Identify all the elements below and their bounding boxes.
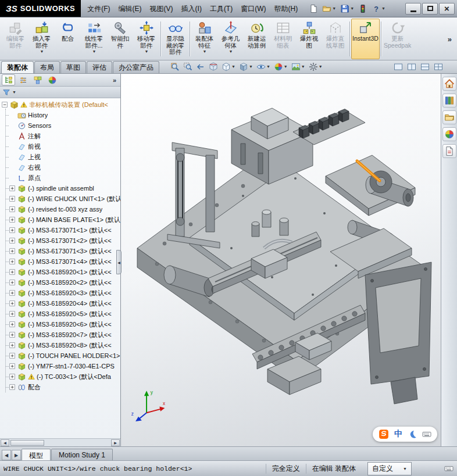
expander-plus-icon[interactable] xyxy=(9,248,16,255)
tree-item-sensors[interactable]: Sensors xyxy=(0,120,120,131)
pane-split-v-button[interactable] xyxy=(419,62,431,72)
ribbon-linear-pattern-button[interactable]: 线性零 部件...▼ xyxy=(81,19,107,59)
pane-quad-button[interactable] xyxy=(433,62,444,72)
minimize-button[interactable] xyxy=(405,3,421,15)
ribbon-exploded-view-button[interactable]: 爆炸视 图 xyxy=(296,19,322,59)
menu-file[interactable]: 文件(F) xyxy=(83,2,114,15)
expander-minus-icon[interactable] xyxy=(2,102,8,108)
filter-funnel-icon[interactable] xyxy=(2,88,10,96)
dropdown-arrow-icon[interactable]: ▼ xyxy=(12,90,16,94)
ribbon-show-hidden-button[interactable]: 显示隐 藏的零 部件 xyxy=(162,19,188,59)
expander-plus-icon[interactable] xyxy=(9,290,16,296)
menu-tools[interactable]: 工具(T) xyxy=(206,2,237,15)
expander-plus-icon[interactable] xyxy=(9,185,16,192)
menu-insert[interactable]: 插入(I) xyxy=(177,2,206,15)
ribbon-explode-line-sketch-button[interactable]: 爆炸直 线草图 xyxy=(322,19,348,59)
tab-scroll-left-icon[interactable]: ◀ xyxy=(2,450,11,460)
property-manager-tab[interactable] xyxy=(16,74,30,85)
expander-plus-icon[interactable] xyxy=(9,300,16,307)
tree-item-ym7f-stn1[interactable]: (-) YM7F-stn1-7-030-4E1-CPS xyxy=(0,361,120,371)
headsup-view-orientation-button[interactable]: ▼ xyxy=(220,62,237,72)
menu-help[interactable]: 帮助(H) xyxy=(270,2,302,15)
headsup-edit-appearance-button[interactable]: ▼ xyxy=(273,62,289,72)
panel-collapse-button[interactable]: ◀ xyxy=(116,250,122,274)
sogou-icon[interactable] xyxy=(379,429,389,439)
ribbon-reference-geometry-button[interactable]: 参考几 何体▼ xyxy=(217,19,244,59)
headsup-previous-view-button[interactable] xyxy=(195,62,206,72)
ribbon-move-component-button[interactable]: 移动零 部件▼ xyxy=(133,19,159,59)
display-manager-tab[interactable] xyxy=(45,74,59,85)
taskpane-appearances-button[interactable] xyxy=(442,127,456,141)
tree-item-mates[interactable]: 配合 xyxy=(0,382,120,392)
close-button[interactable]: × xyxy=(439,3,455,15)
expander-plus-icon[interactable] xyxy=(9,238,16,244)
expander-plus-icon[interactable] xyxy=(9,321,16,328)
ribbon-assembly-features-button[interactable]: 装配体 特征▼ xyxy=(191,19,217,59)
ribbon-mate-button[interactable]: 配合 xyxy=(55,19,81,59)
tree-item-main-base-plate-1[interactable]: (-) MAIN BASE PLATE<1> (默认 xyxy=(0,214,120,225)
tree-item-ms3-6173071-4[interactable]: (-) MS3-6173071<4> (默认<< xyxy=(0,256,120,267)
ribbon-bom-button[interactable]: 材料明 细表 xyxy=(270,19,296,59)
tree-horizontal-scrollbar[interactable]: ◀ ▶ xyxy=(0,438,120,446)
maximize-button[interactable] xyxy=(422,3,438,15)
graphics-viewport[interactable]: y x z 中 xyxy=(121,74,441,446)
command-tab-layout[interactable]: 布局 xyxy=(34,61,60,73)
expander-plus-icon[interactable] xyxy=(9,227,16,234)
headsup-zoom-fit-button[interactable] xyxy=(169,62,181,72)
command-tab-office-products[interactable]: 办公室产品 xyxy=(113,61,159,73)
tree-item-spindle-unit-assembly[interactable]: (-) spindle unit assembl xyxy=(0,183,120,194)
panel-tabs-overflow[interactable]: » xyxy=(113,77,119,84)
tree-item-history[interactable]: History xyxy=(0,110,120,120)
ribbon-insert-component-button[interactable]: 插入零 部件▼ xyxy=(28,19,55,59)
tree-item-root[interactable]: 非标机械传动装置 (Default< xyxy=(0,99,120,110)
sheet-tab-model[interactable]: 模型 xyxy=(22,449,51,460)
tree-item-ms3-6173071-2[interactable]: (-) MS3-6173071<2> (默认<< xyxy=(0,235,120,246)
expander-plus-icon[interactable] xyxy=(9,196,16,202)
sogou-ime-icon[interactable] xyxy=(379,429,389,439)
tree-item-ms3-6185920-6[interactable]: (-) MS3-6185920<6> (默认<< xyxy=(0,319,120,330)
menu-window[interactable]: 窗口(W) xyxy=(237,2,270,15)
keyboard-icon[interactable] xyxy=(444,464,454,473)
tree-item-ms3-6185920-2[interactable]: (-) MS3-6185920<2> (默认<< xyxy=(0,277,120,288)
tree-item-ms3-6185920-8[interactable]: (-) MS3-6185920<8> (默认<< xyxy=(0,340,120,350)
sheet-tab-motion-study-1[interactable]: Motion Study 1 xyxy=(51,449,113,460)
headsup-section-view-button[interactable] xyxy=(208,62,219,72)
headsup-hide-show-button[interactable]: ▼ xyxy=(255,62,272,72)
expander-plus-icon[interactable] xyxy=(9,353,16,359)
tree-item-front-plane[interactable]: 前视 xyxy=(0,141,120,152)
ime-fullwidth-moon-icon[interactable] xyxy=(408,430,417,439)
ribbon-edit-component-button[interactable]: 编辑零 部件 xyxy=(2,19,28,59)
tree-item-touch-panel-holder-1[interactable]: (-) TOUCH PANEL HOLDER<1> xyxy=(0,350,120,361)
scrollbar-thumb[interactable] xyxy=(10,440,44,446)
ribbon-update-speedpak-button[interactable]: 更新 Speedpak xyxy=(383,19,412,59)
expander-plus-icon[interactable] xyxy=(9,217,16,223)
ribbon-overflow-button[interactable]: » xyxy=(444,35,456,44)
expander-plus-icon[interactable] xyxy=(9,206,16,213)
tree-item-ms3-6185920-4[interactable]: (-) MS3-6185920<4> (默认<< xyxy=(0,298,120,309)
configuration-manager-tab[interactable] xyxy=(31,74,44,85)
quick-new-document-button[interactable] xyxy=(308,3,319,14)
expander-plus-icon[interactable] xyxy=(9,374,16,380)
keyboard-icon[interactable] xyxy=(422,430,431,439)
expander-plus-icon[interactable] xyxy=(9,259,16,265)
quick-rebuild-button[interactable] xyxy=(357,3,369,14)
scroll-left-icon[interactable]: ◀ xyxy=(1,439,9,446)
feature-manager-tab[interactable] xyxy=(2,74,15,85)
tree-item-ms3-6185920-1[interactable]: (-) MS3-6185920<1> (默认<< xyxy=(0,267,120,277)
moon-icon[interactable] xyxy=(408,430,417,439)
tree-item-annotations[interactable]: 注解 xyxy=(0,131,120,141)
expander-plus-icon[interactable] xyxy=(9,280,16,286)
ribbon-motion-study-button[interactable]: 新建运 动算例 xyxy=(244,19,270,59)
tree-item-ms3-6173071-1[interactable]: (-) MS3-6173071<1> (默认<< xyxy=(0,225,120,235)
headsup-zoom-area-button[interactable] xyxy=(182,62,194,72)
tree-item-origin[interactable]: 原点 xyxy=(0,173,120,183)
pane-single-button[interactable] xyxy=(392,62,404,72)
quick-save-button[interactable]: ▼ xyxy=(339,3,355,14)
headsup-apply-scene-button[interactable]: ▼ xyxy=(290,62,306,72)
expander-plus-icon[interactable] xyxy=(9,363,16,370)
quick-help-button[interactable]: ?▼ xyxy=(370,3,387,14)
statusbar-custom-dropdown[interactable]: 自定义 ▼ xyxy=(367,462,412,475)
expander-plus-icon[interactable] xyxy=(9,269,16,275)
ribbon-smart-fasteners-button[interactable]: 智能扣 件 xyxy=(107,19,133,59)
command-tab-evaluate[interactable]: 评估 xyxy=(87,61,112,73)
